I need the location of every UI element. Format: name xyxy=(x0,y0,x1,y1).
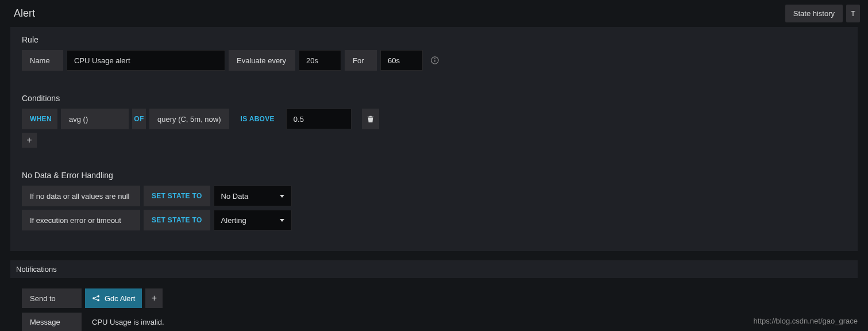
watermark-text: https://blog.csdn.net/gao_grace xyxy=(754,317,858,325)
chevron-down-icon xyxy=(280,195,284,198)
threshold-input[interactable] xyxy=(286,109,352,129)
name-label: Name xyxy=(22,50,63,71)
message-label: Message xyxy=(22,313,82,331)
plus-icon: + xyxy=(152,293,157,303)
send-to-label: Send to xyxy=(22,288,82,308)
nodata-state-value: No Data xyxy=(221,192,249,201)
exec-error-label: If execution error or timeout xyxy=(22,210,140,230)
nodata-heading: No Data & Error Handling xyxy=(22,171,846,180)
state-history-button[interactable]: State history xyxy=(785,5,843,22)
plus-icon: + xyxy=(26,135,32,145)
notification-channel-chip[interactable]: Gdc Alert xyxy=(85,288,142,308)
query-select[interactable]: query (C, 5m, now) xyxy=(149,109,229,129)
share-icon xyxy=(92,295,101,302)
when-label[interactable]: WHEN xyxy=(22,109,57,129)
of-label: OF xyxy=(132,109,146,129)
alert-name-input[interactable] xyxy=(67,50,225,71)
evaluator-label[interactable]: IS ABOVE xyxy=(233,109,283,129)
conditions-heading: Conditions xyxy=(22,94,846,103)
trash-icon xyxy=(367,115,374,123)
nodata-state-select[interactable]: No Data xyxy=(214,186,292,206)
channel-name: Gdc Alert xyxy=(105,294,135,303)
truncated-button[interactable]: T xyxy=(846,5,860,22)
set-state-to-label-2: SET STATE TO xyxy=(144,210,210,230)
for-input[interactable] xyxy=(380,50,423,71)
evaluate-every-label: Evaluate every xyxy=(229,50,295,71)
notifications-heading: Notifications xyxy=(10,260,858,278)
reducer-select[interactable]: avg () xyxy=(61,109,129,129)
delete-condition-button[interactable] xyxy=(362,109,379,129)
add-condition-button[interactable]: + xyxy=(22,133,37,148)
rule-heading: Rule xyxy=(22,35,846,44)
error-state-select[interactable]: Alerting xyxy=(214,210,292,230)
message-value[interactable]: CPU Usage is invalid. xyxy=(85,313,171,331)
add-channel-button[interactable]: + xyxy=(145,288,163,308)
set-state-to-label: SET STATE TO xyxy=(144,186,210,206)
nodata-null-label: If no data or all values are null xyxy=(22,186,140,206)
page-title: Alert xyxy=(14,7,35,20)
svg-rect-1 xyxy=(434,60,435,62)
chevron-down-icon xyxy=(280,219,284,222)
info-icon[interactable] xyxy=(426,50,443,71)
evaluate-every-input[interactable] xyxy=(299,50,341,71)
error-state-value: Alerting xyxy=(221,216,246,225)
svg-point-2 xyxy=(434,58,435,59)
for-label: For xyxy=(345,50,377,71)
